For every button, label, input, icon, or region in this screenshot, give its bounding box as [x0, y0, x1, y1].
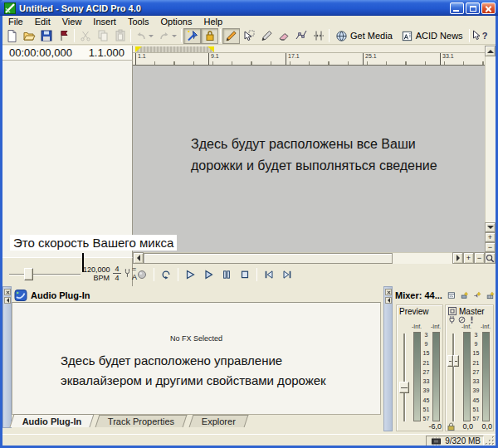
menu-help[interactable]: Help: [198, 17, 228, 27]
pause-button[interactable]: [217, 266, 236, 283]
redo-button[interactable]: [156, 28, 179, 44]
insert-bus-icon[interactable]: [473, 290, 481, 300]
master-fader-track[interactable]: [452, 334, 455, 421]
copy-button[interactable]: [94, 28, 111, 44]
undo-button[interactable]: [133, 28, 156, 44]
maximize-button[interactable]: [466, 2, 480, 14]
mixer-properties-icon[interactable]: [447, 290, 456, 300]
mute-icon[interactable]: [458, 316, 466, 324]
scroll-left-button[interactable]: [133, 252, 144, 264]
vertical-scrollbar[interactable]: [485, 56, 496, 222]
enable-snapping-button[interactable]: [183, 28, 201, 44]
master-meter-right-peak: -Inf.: [480, 324, 491, 329]
plugin-expand-button[interactable]: [4, 297, 11, 304]
master-fader-thumb-right[interactable]: [453, 355, 459, 367]
scroll-right-button[interactable]: [452, 252, 463, 264]
window-title: Untitled - Sony ACID Pro 4.0: [19, 3, 450, 13]
preview-fader-thumb[interactable]: [399, 382, 409, 393]
insert-fx-icon[interactable]: [461, 290, 469, 300]
cut-button[interactable]: [76, 28, 94, 44]
zoom-out-track-height-button[interactable]: −: [485, 242, 496, 252]
record-button[interactable]: [133, 266, 151, 283]
close-button[interactable]: [481, 2, 496, 14]
track-list-area[interactable]: [2, 61, 133, 257]
acid-news-button[interactable]: ACID News: [397, 28, 467, 44]
whats-this-help-button[interactable]: ?: [471, 28, 489, 44]
loop-playback-button[interactable]: [157, 266, 175, 283]
main-toolbar: Get Media ACID News ?: [2, 27, 496, 45]
record-icon: [136, 270, 148, 280]
plugin-close-button[interactable]: [4, 289, 11, 295]
insert-soft-synth-icon[interactable]: [486, 290, 495, 300]
preview-gain-value[interactable]: -6,0: [418, 422, 442, 431]
title-bar[interactable]: Untitled - Sony ACID Pro 4.0: [0, 0, 498, 16]
fader-lock-icon[interactable]: [447, 422, 455, 431]
tuning-fork-icon[interactable]: [124, 266, 130, 280]
tab-explorer[interactable]: Explorer: [188, 415, 248, 427]
scroll-up-button[interactable]: [485, 46, 496, 56]
master-gain-right-value[interactable]: 0,0: [476, 422, 492, 431]
get-media-button[interactable]: Get Media: [331, 28, 397, 44]
scroll-down-button[interactable]: [485, 222, 496, 232]
mixer-close-button[interactable]: [385, 289, 392, 295]
downmix-icon[interactable]: [448, 316, 456, 324]
audio-plugin-icon[interactable]: [14, 289, 27, 302]
menu-options[interactable]: Options: [155, 17, 198, 27]
menu-view[interactable]: View: [56, 17, 88, 27]
bpm-value[interactable]: 120,000: [83, 265, 110, 274]
tab-track-properties[interactable]: Track Properties: [95, 415, 188, 427]
open-button[interactable]: [20, 28, 37, 44]
mixer-dock-strip[interactable]: [383, 286, 393, 431]
stop-button[interactable]: [236, 266, 254, 283]
question-mark-icon: ?: [482, 31, 488, 41]
time-display[interactable]: 00:00:00,000 1.1.000: [2, 46, 133, 61]
lock-envelopes-button[interactable]: [201, 28, 218, 44]
play-from-start-button[interactable]: [181, 266, 199, 283]
menu-tools[interactable]: Tools: [122, 17, 155, 27]
envelope-tool-button[interactable]: [292, 28, 310, 44]
menu-insert[interactable]: Insert: [87, 17, 122, 27]
preview-fader-track[interactable]: [403, 334, 406, 421]
selection-tool-button[interactable]: [240, 28, 257, 44]
play-button[interactable]: [199, 266, 217, 283]
mixer-expand-button[interactable]: [385, 297, 392, 304]
time-selection-tool-button[interactable]: [310, 28, 327, 44]
master-gain-left-value[interactable]: 0,0: [457, 422, 473, 431]
beat-ruler[interactable]: 1.1 9.1 17.1 25.1 33.1: [133, 53, 485, 66]
tab-audio-plugin[interactable]: Audio Plug-In: [9, 414, 95, 427]
master-bus-icon[interactable]: [448, 307, 456, 315]
tempo-slider-track[interactable]: [9, 274, 81, 275]
menu-file[interactable]: File: [2, 17, 29, 27]
minimize-button[interactable]: [450, 2, 464, 14]
time-signature[interactable]: 4 4: [113, 265, 121, 282]
erase-tool-button[interactable]: [275, 28, 292, 44]
new-button[interactable]: [2, 28, 20, 44]
solo-icon[interactable]: [468, 316, 476, 324]
save-button[interactable]: [37, 28, 55, 44]
paste-button[interactable]: [111, 28, 129, 44]
go-to-end-button[interactable]: [278, 266, 296, 283]
zoom-in-track-height-button[interactable]: +: [485, 232, 496, 242]
master-meter-scale: 391521273339455157: [471, 332, 481, 421]
horizontal-scrollbar[interactable]: [144, 252, 452, 264]
tempo-slider-thumb[interactable]: [24, 268, 33, 280]
go-to-start-button[interactable]: [260, 266, 278, 283]
menu-edit[interactable]: Edit: [29, 17, 56, 27]
paint-tool-button[interactable]: [257, 28, 275, 44]
plugin-dock-strip[interactable]: [2, 286, 12, 428]
master-fader-thumb-left[interactable]: [447, 355, 453, 367]
publish-button[interactable]: [55, 28, 72, 44]
menu-bar: File Edit View Insert Tools Options Help: [2, 16, 496, 27]
zoom-in-time-button[interactable]: +: [463, 252, 474, 264]
track-view-canvas[interactable]: Здесь будут расположены все Ваши дорожки…: [133, 66, 485, 252]
horizontal-scrollbar-thumb[interactable]: [144, 253, 393, 264]
loop-start-marker-icon[interactable]: [135, 46, 142, 52]
marker-bar[interactable]: [133, 46, 485, 53]
zoom-tool-button[interactable]: [485, 252, 496, 264]
zoom-out-time-button[interactable]: −: [474, 252, 485, 264]
loop-end-marker-icon[interactable]: [208, 46, 214, 52]
resize-grip[interactable]: [485, 436, 495, 446]
loop-region[interactable]: [135, 46, 214, 52]
bpm-unit-label: BPM: [83, 274, 110, 282]
draw-tool-button[interactable]: [222, 28, 240, 44]
